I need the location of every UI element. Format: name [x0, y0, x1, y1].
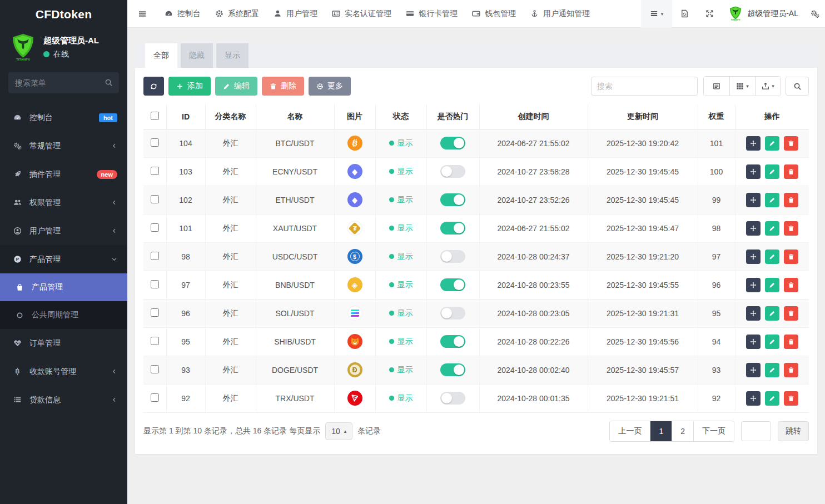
- more-button[interactable]: 更多: [309, 77, 351, 96]
- sidebar-subitem-product-management[interactable]: 产品管理: [0, 273, 127, 301]
- move-row-button[interactable]: [746, 136, 761, 151]
- move-row-button[interactable]: [746, 193, 761, 207]
- edit-row-button[interactable]: [765, 221, 779, 236]
- delete-button[interactable]: 删除: [262, 77, 304, 96]
- edit-row-button[interactable]: [765, 306, 779, 321]
- hot-toggle[interactable]: [440, 193, 465, 206]
- delete-row-button[interactable]: [784, 335, 798, 349]
- move-row-button[interactable]: [746, 335, 761, 349]
- hot-toggle[interactable]: [440, 278, 465, 291]
- move-row-button[interactable]: [746, 221, 761, 236]
- tab-hidden[interactable]: 隐藏: [181, 43, 213, 68]
- move-row-button[interactable]: [746, 306, 761, 321]
- edit-row-button[interactable]: [765, 164, 779, 179]
- next-page-button[interactable]: 下一页: [693, 421, 734, 441]
- export-button[interactable]: ▾: [755, 77, 781, 96]
- hot-toggle[interactable]: [440, 307, 465, 320]
- hot-toggle[interactable]: [440, 250, 465, 263]
- nav-item-kyc-management[interactable]: 实名认证管理: [325, 0, 399, 28]
- delete-row-button[interactable]: [784, 363, 798, 377]
- delete-row-button[interactable]: [784, 136, 798, 151]
- nav-item-wallet-management[interactable]: 钱包管理: [465, 0, 523, 28]
- select-all-checkbox[interactable]: [151, 112, 159, 120]
- sidebar-item-plugins[interactable]: 插件管理 new: [0, 160, 127, 188]
- delete-row-button[interactable]: [784, 193, 798, 207]
- sidebar-item-console[interactable]: 控制台 hot: [0, 103, 127, 132]
- nav-item-user-management[interactable]: 用户管理: [266, 0, 325, 28]
- move-row-button[interactable]: [746, 363, 761, 377]
- sidebar-item-users[interactable]: 用户管理: [0, 217, 127, 245]
- edit-row-button[interactable]: [765, 363, 779, 377]
- settings-cogs-icon[interactable]: [805, 9, 825, 18]
- tab-all[interactable]: 全部: [145, 43, 177, 68]
- edit-row-button[interactable]: [765, 335, 779, 349]
- row-checkbox[interactable]: [151, 365, 159, 373]
- edit-row-button[interactable]: [765, 391, 779, 406]
- page-1-button[interactable]: 1: [650, 421, 672, 441]
- menu-search-input[interactable]: [8, 72, 119, 93]
- row-checkbox[interactable]: [151, 337, 159, 345]
- move-row-button[interactable]: [746, 278, 761, 292]
- row-checkbox[interactable]: [151, 280, 159, 288]
- delete-row-button[interactable]: [784, 164, 798, 179]
- nav-item-system-config[interactable]: 系统配置: [208, 0, 266, 28]
- row-checkbox[interactable]: [151, 252, 159, 260]
- sidebar-item-permissions[interactable]: 权限管理: [0, 188, 127, 217]
- row-updated: 2025-12-30 19:21:51: [588, 384, 698, 412]
- hot-toggle[interactable]: [440, 363, 465, 376]
- row-checkbox[interactable]: [151, 167, 159, 175]
- refresh-button[interactable]: [143, 77, 164, 96]
- jump-page-input[interactable]: [741, 421, 771, 441]
- jump-button[interactable]: 跳转: [778, 421, 809, 441]
- edit-row-button[interactable]: [765, 249, 779, 264]
- edit-row-button[interactable]: [765, 278, 779, 292]
- row-checkbox[interactable]: [151, 138, 159, 147]
- detail-view-button[interactable]: [704, 77, 729, 96]
- search-submit-button[interactable]: [786, 77, 809, 96]
- columns-button[interactable]: ▾: [729, 77, 755, 96]
- sidebar-item-payment-accounts[interactable]: B 收款账号管理: [0, 357, 127, 386]
- delete-row-button[interactable]: [784, 249, 798, 264]
- nav-item-console[interactable]: 控制台: [157, 0, 208, 28]
- sidebar-item-general[interactable]: 常规管理: [0, 132, 127, 160]
- delete-row-button[interactable]: [784, 278, 798, 292]
- tab-visible[interactable]: 显示: [216, 43, 249, 68]
- move-row-button[interactable]: [746, 164, 761, 179]
- admin-menu[interactable]: TITANFX 超级管理员-AL: [722, 6, 805, 21]
- move-row-button[interactable]: [746, 249, 761, 264]
- row-weight: 98: [698, 214, 735, 242]
- row-checkbox[interactable]: [151, 393, 159, 402]
- move-row-button[interactable]: [746, 391, 761, 406]
- row-checkbox[interactable]: [151, 195, 159, 203]
- clear-cache-icon[interactable]: [672, 9, 697, 18]
- sidebar-subitem-public-cycle[interactable]: 公共周期管理: [0, 301, 127, 329]
- hot-toggle[interactable]: [440, 165, 465, 178]
- edit-row-button[interactable]: [765, 136, 779, 151]
- hot-toggle[interactable]: [440, 137, 465, 149]
- nav-list-dropdown[interactable]: ▾: [641, 0, 673, 28]
- page-2-button[interactable]: 2: [672, 421, 693, 441]
- prev-page-button[interactable]: 上一页: [610, 421, 650, 441]
- edit-button[interactable]: 编辑: [215, 77, 257, 96]
- edit-row-button[interactable]: [765, 193, 779, 207]
- sidebar-item-orders[interactable]: 订单管理: [0, 329, 127, 357]
- delete-row-button[interactable]: [784, 221, 798, 236]
- fullscreen-icon[interactable]: [697, 9, 722, 18]
- row-checkbox[interactable]: [151, 308, 159, 317]
- col-id: ID: [166, 104, 205, 129]
- nav-item-user-notifications[interactable]: 用户通知管理: [523, 0, 597, 28]
- add-button[interactable]: 添加: [168, 77, 211, 96]
- hamburger-menu-icon[interactable]: [127, 9, 157, 18]
- hot-toggle[interactable]: [440, 335, 465, 348]
- sidebar-item-product-management[interactable]: P 产品管理: [0, 245, 127, 273]
- table-search-input[interactable]: [591, 77, 698, 96]
- hot-toggle[interactable]: [440, 222, 465, 234]
- row-checkbox[interactable]: [151, 223, 159, 232]
- page-size-select[interactable]: 10 ▴: [325, 422, 352, 440]
- nav-item-bank-card-management[interactable]: 银行卡管理: [399, 0, 465, 28]
- rocket-icon: [12, 170, 22, 178]
- delete-row-button[interactable]: [784, 306, 798, 321]
- sidebar-item-loan-info[interactable]: 贷款信息: [0, 386, 127, 414]
- hot-toggle[interactable]: [440, 392, 465, 405]
- delete-row-button[interactable]: [784, 391, 798, 406]
